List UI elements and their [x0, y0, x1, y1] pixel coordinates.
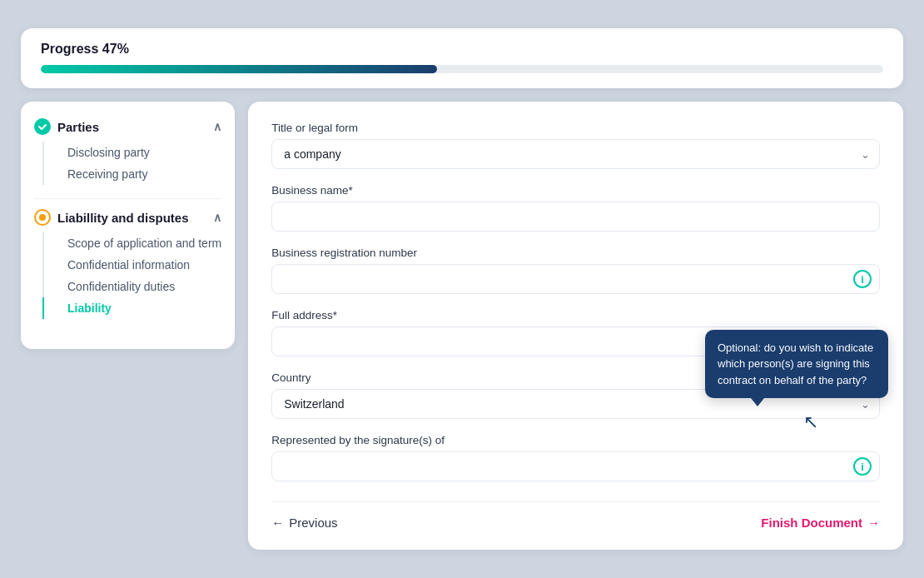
form-group-business-name: Business name*: [271, 184, 880, 232]
form-panel: Title or legal form a company ⌄ Business…: [248, 102, 903, 550]
represented-info-icon[interactable]: i: [853, 457, 872, 476]
sidebar-section-parties: Parties ∧ Disclosing party Receiving par…: [34, 118, 221, 185]
liability-chevron: ∧: [213, 211, 221, 224]
business-reg-label: Business registration number: [271, 247, 880, 259]
form-group-business-reg: Business registration number i: [271, 247, 880, 294]
form-group-title-legal: Title or legal form a company ⌄: [271, 122, 880, 169]
title-legal-label: Title or legal form: [271, 122, 880, 134]
progress-bar-background: [41, 65, 883, 73]
business-reg-info-icon[interactable]: i: [853, 270, 872, 288]
sidebar-item-liability[interactable]: Liability: [42, 297, 221, 319]
full-address-label: Full address*: [271, 309, 880, 321]
sidebar-item-scope[interactable]: Scope of application and term: [42, 232, 221, 254]
form-group-represented: Represented by the signature(s) of i Opt…: [271, 434, 880, 481]
tooltip-text: Optional: do you wish to indicate which …: [718, 341, 873, 386]
sidebar-divider: [34, 198, 221, 199]
sidebar-item-confidential-info[interactable]: Confidential information: [42, 254, 221, 276]
arrow-right-icon: →: [867, 516, 880, 530]
sidebar-section-parties-heading[interactable]: Parties ∧: [34, 118, 221, 135]
progress-card: Progress 47%: [21, 28, 903, 88]
business-reg-input-wrapper: i: [271, 264, 880, 294]
previous-label: Previous: [289, 516, 337, 530]
cursor-icon: ↖: [803, 411, 818, 433]
parties-check-icon: [34, 118, 51, 135]
liability-label: Liabillity and disputes: [57, 211, 189, 225]
liability-dot-icon: [34, 209, 51, 226]
finish-document-button[interactable]: Finish Document →: [761, 516, 880, 530]
progress-label: Progress 47%: [41, 42, 883, 57]
sidebar-item-receiving-party[interactable]: Receiving party: [42, 163, 221, 185]
sidebar-section-liability-heading[interactable]: Liabillity and disputes ∧: [34, 209, 221, 226]
arrow-left-icon: ←: [271, 516, 284, 530]
title-legal-select[interactable]: a company: [271, 139, 880, 169]
business-reg-input[interactable]: [271, 264, 880, 294]
title-legal-select-wrapper: a company ⌄: [271, 139, 880, 169]
sidebar-item-confidentiality-duties[interactable]: Confidentiality duties: [42, 276, 221, 297]
sidebar: Parties ∧ Disclosing party Receiving par…: [21, 102, 235, 349]
sidebar-section-liability: Liabillity and disputes ∧ Scope of appli…: [34, 209, 221, 319]
sidebar-item-disclosing-party[interactable]: Disclosing party: [42, 142, 221, 163]
represented-input-wrapper: i: [271, 451, 880, 481]
finish-label: Finish Document: [761, 516, 862, 530]
represented-input[interactable]: [271, 451, 880, 481]
business-name-input[interactable]: [271, 202, 880, 232]
represented-label: Represented by the signature(s) of: [271, 434, 880, 446]
progress-bar-fill: [41, 65, 437, 73]
parties-label: Parties: [57, 120, 99, 134]
form-footer: ← Previous Finish Document →: [271, 501, 880, 530]
business-name-label: Business name*: [271, 184, 880, 197]
previous-button[interactable]: ← Previous: [271, 516, 337, 530]
tooltip-bubble: Optional: do you wish to indicate which …: [705, 330, 888, 399]
parties-chevron: ∧: [213, 120, 221, 133]
